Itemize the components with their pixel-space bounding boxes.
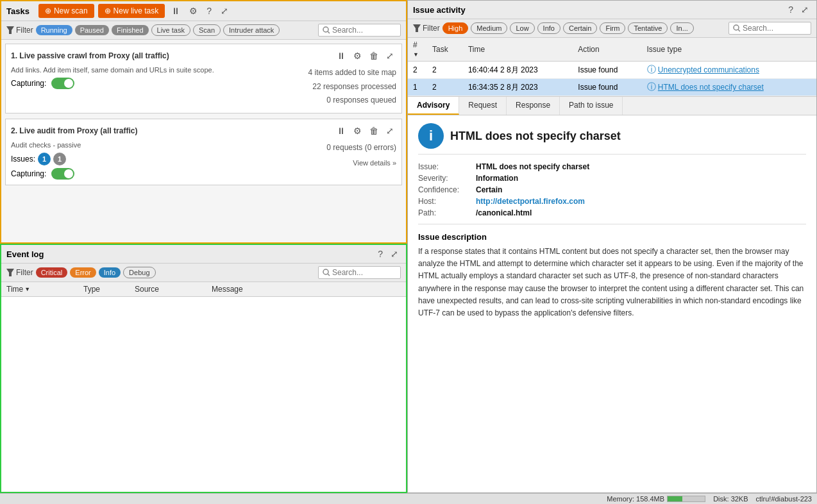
tab-response[interactable]: Response xyxy=(507,97,560,115)
col-num[interactable]: # ▼ xyxy=(408,38,427,62)
filter-tag-critical[interactable]: Critical xyxy=(36,267,68,278)
sev-tag-tentative[interactable]: Tentative xyxy=(628,22,668,34)
eventlog-search-input[interactable] xyxy=(332,268,396,277)
issue-search-box[interactable] xyxy=(729,22,811,35)
svg-marker-3 xyxy=(6,269,14,276)
sev-tag-in[interactable]: In... xyxy=(670,22,693,34)
task-1-left: Add links. Add item itself, same domain … xyxy=(11,66,302,108)
task1-delete-button[interactable]: 🗑 xyxy=(367,49,381,62)
eventlog-search-box[interactable] xyxy=(318,266,401,279)
sev-tag-medium[interactable]: Medium xyxy=(471,22,507,34)
tasks-filter-bar: Filter Running Paused Finished Live task… xyxy=(1,21,406,40)
task1-settings-button[interactable]: ⚙ xyxy=(351,49,364,62)
task-2-requests: 0 requests (0 errors) xyxy=(326,141,396,155)
filter-tag-running[interactable]: Running xyxy=(36,25,72,35)
task-2-left: Audit checks - passive Issues: 1 1 Captu… xyxy=(11,141,320,180)
filter-tag-info[interactable]: Info xyxy=(99,267,121,278)
task-1-stat3: 0 responses queued xyxy=(308,94,396,108)
svg-line-5 xyxy=(328,274,330,276)
sev-tag-info[interactable]: Info xyxy=(537,22,560,34)
task1-expand-button[interactable]: ⤢ xyxy=(383,49,396,62)
meta-confidence-label: Confidence: xyxy=(418,185,476,194)
eventlog-help-button[interactable]: ? xyxy=(375,248,385,260)
sev-tag-firm[interactable]: Firm xyxy=(600,22,625,34)
sev-tag-high[interactable]: High xyxy=(442,22,469,34)
help-icon-button[interactable]: ? xyxy=(204,4,214,17)
task-card-1: 1. Live passive crawl from Proxy (all tr… xyxy=(5,44,402,113)
filter-tag-live-task[interactable]: Live task xyxy=(151,24,190,36)
memory-bar xyxy=(667,496,705,502)
table-row[interactable]: 1 2 16:34:35 2 8月 2023 Issue found ⓘ HTM… xyxy=(408,79,816,96)
memory-indicator: Memory: 158.4MB xyxy=(607,495,705,503)
event-filter-bar: Filter Critical Error Info Debug xyxy=(1,264,406,282)
plus-icon: ⊕ xyxy=(45,6,51,15)
filter-tag-finished[interactable]: Finished xyxy=(112,25,149,35)
pause-icon-button[interactable]: ⏸ xyxy=(169,4,183,17)
eventlog-expand-button[interactable]: ⤢ xyxy=(388,248,401,260)
issue-help-button[interactable]: ? xyxy=(786,3,796,16)
task1-pause-button[interactable]: ⏸ xyxy=(334,49,348,62)
task2-pause-button[interactable]: ⏸ xyxy=(334,124,348,137)
sev-tag-low[interactable]: Low xyxy=(510,22,534,34)
issue-search-input[interactable] xyxy=(743,24,807,33)
meta-host-label: Host: xyxy=(418,197,476,206)
task2-expand-button[interactable]: ⤢ xyxy=(383,124,396,137)
filter-tag-paused[interactable]: Paused xyxy=(75,25,109,35)
svg-marker-0 xyxy=(6,26,14,34)
svg-line-8 xyxy=(738,29,740,31)
filter-tag-intruder[interactable]: Intruder attack xyxy=(223,24,280,36)
filter-tag-scan[interactable]: Scan xyxy=(193,24,221,36)
settings-icon-button[interactable]: ⚙ xyxy=(187,4,200,17)
task-2-issues-row: Issues: 1 1 xyxy=(11,153,320,165)
task-2-toggle[interactable] xyxy=(51,168,74,180)
cell-num: 1 xyxy=(408,79,427,96)
advisory-meta: Issue: HTML does not specify charset Sev… xyxy=(418,162,806,224)
issue-filter-label: Filter xyxy=(413,24,440,33)
issue-link-1[interactable]: Unencrypted communications xyxy=(658,65,759,74)
tasks-search-input[interactable] xyxy=(332,26,396,35)
task-card-2-header: 2. Live audit from Proxy (all traffic) ⏸… xyxy=(11,124,396,137)
advisory-main-title: HTML does not specify charset xyxy=(450,130,621,143)
right-panel: Issue activity ? ⤢ Filter High Medium Lo… xyxy=(407,0,817,493)
meta-confidence-value: Certain xyxy=(476,185,806,194)
col-task[interactable]: Task xyxy=(427,38,463,62)
tasks-header: Tasks ⊕ New scan ⊕ New live task ⏸ ⚙ ? ⤢ xyxy=(1,1,406,21)
advisory-content: i HTML does not specify charset Issue: H… xyxy=(408,115,816,492)
new-live-task-button[interactable]: ⊕ New live task xyxy=(98,4,165,18)
task-2-capturing-label: Capturing: xyxy=(11,169,46,178)
issue-link-2[interactable]: HTML does not specify charset xyxy=(658,83,764,92)
view-details-link[interactable]: View details » xyxy=(326,157,396,170)
filter-tag-error[interactable]: Error xyxy=(70,267,96,278)
task-2-capturing: Capturing: xyxy=(11,168,320,180)
meta-host-value[interactable]: http://detectportal.firefox.com xyxy=(476,197,806,206)
table-row[interactable]: 2 2 16:40:44 2 8月 2023 Issue found ⓘ Une… xyxy=(408,62,816,79)
task2-settings-button[interactable]: ⚙ xyxy=(351,124,364,137)
col-issue-type[interactable]: Issue type xyxy=(642,38,816,62)
tab-advisory[interactable]: Advisory xyxy=(408,97,459,115)
advisory-big-icon: i xyxy=(418,123,444,149)
filter-icon-label: Filter xyxy=(6,26,33,35)
log-col-time[interactable]: Time ▼ xyxy=(6,285,83,294)
new-scan-button[interactable]: ⊕ New scan xyxy=(38,4,94,18)
svg-marker-6 xyxy=(413,24,421,32)
task-1-toggle[interactable] xyxy=(51,78,74,89)
plus-icon-2: ⊕ xyxy=(105,6,111,15)
eventlog-title: Event log xyxy=(6,249,44,259)
expand-icon-button[interactable]: ⤢ xyxy=(218,4,231,17)
task2-delete-button[interactable]: 🗑 xyxy=(367,124,381,137)
tasks-search-box[interactable] xyxy=(318,24,401,37)
tab-path-to-issue[interactable]: Path to issue xyxy=(560,97,623,115)
issue-table: # ▼ Task Time Action Issue type 2 2 16:4… xyxy=(408,38,816,96)
issue-expand-button[interactable]: ⤢ xyxy=(798,3,811,16)
log-col-type: Type xyxy=(83,285,135,294)
tab-request[interactable]: Request xyxy=(459,97,507,115)
desc-body: If a response states that it contains HT… xyxy=(418,246,806,319)
disk-label: Disk: 32KB xyxy=(713,495,748,503)
cell-time: 16:40:44 2 8月 2023 xyxy=(463,62,573,79)
filter-tag-debug[interactable]: Debug xyxy=(123,267,155,278)
cell-issue-type: ⓘ Unencrypted communications xyxy=(642,62,816,79)
cell-action: Issue found xyxy=(573,79,641,96)
col-time[interactable]: Time xyxy=(463,38,573,62)
col-action[interactable]: Action xyxy=(573,38,641,62)
sev-tag-certain[interactable]: Certain xyxy=(563,22,597,34)
